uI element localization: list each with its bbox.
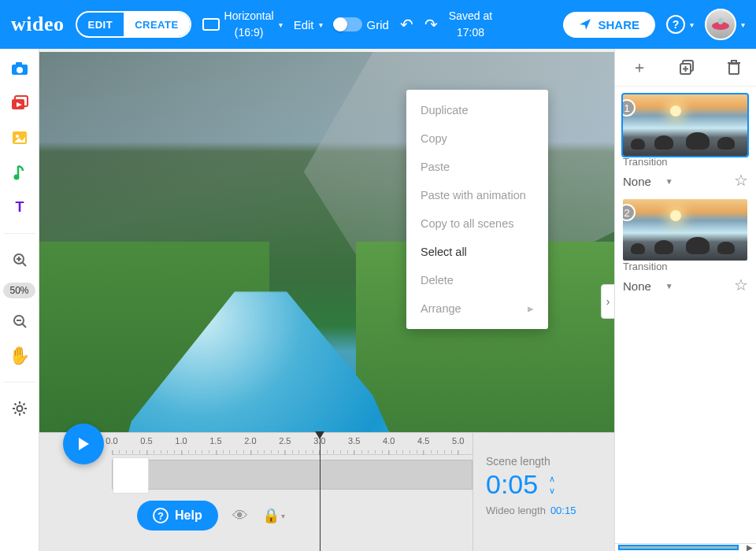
playhead[interactable] [320, 433, 321, 551]
scene-thumbnail[interactable]: 1 [623, 94, 747, 156]
add-scene-button[interactable]: ＋ [632, 57, 647, 78]
wideo-length-label: Wideo length [486, 505, 546, 516]
scene-thumbnail[interactable]: 2 [623, 199, 747, 261]
ruler-tick: 2.5 [279, 436, 291, 446]
settings-button[interactable] [8, 397, 32, 420]
context-menu-item[interactable]: Select all [406, 238, 548, 266]
duplicate-scene-button[interactable] [680, 60, 695, 76]
scenes-tool-icon[interactable] [8, 91, 32, 115]
svg-line-26 [23, 404, 24, 405]
svg-line-13 [22, 262, 26, 266]
svg-point-5 [17, 67, 23, 73]
favorite-star-icon[interactable]: ☆ [734, 171, 748, 190]
help-icon: ? [153, 508, 169, 523]
mode-create[interactable]: CREATE [124, 13, 189, 36]
scene-length-value: 0:05 [486, 469, 538, 500]
zoom-in-button[interactable] [8, 248, 32, 272]
ruler-tick: 1.0 [175, 436, 187, 446]
edit-menu-button[interactable]: Edit ▾ [294, 18, 323, 31]
context-menu-item: Paste with animation [406, 181, 548, 209]
chevron-down-icon: ▼ [665, 282, 673, 290]
time-ruler[interactable]: 0.00.51.01.52.02.53.03.54.04.55.0 [112, 433, 472, 455]
app-logo: wideo [11, 13, 65, 36]
scene-number-badge: 2 [623, 204, 636, 221]
save-status: Saved at 17:08 [449, 10, 492, 39]
ruler-tick: 2.0 [244, 436, 256, 446]
context-menu-item: Copy to all scenes [406, 209, 548, 238]
scene-entry: 2TransitionNone▼☆ [623, 199, 748, 294]
timeline-track[interactable] [112, 460, 472, 490]
visibility-toggle-icon[interactable]: 👁 [232, 507, 248, 525]
svg-line-27 [14, 412, 16, 414]
aspect-label-bottom: (16:9) [235, 27, 264, 39]
mode-switch[interactable]: EDIT CREATE [76, 11, 191, 38]
svg-rect-32 [729, 64, 739, 74]
camera-tool-icon[interactable] [8, 57, 32, 80]
svg-point-9 [16, 135, 19, 138]
help-button[interactable]: ? Help [137, 501, 218, 531]
chevron-down-icon: ▾ [319, 20, 323, 29]
svg-rect-0 [203, 19, 219, 30]
context-menu-item: Copy [406, 124, 548, 153]
help-icon: ? [666, 15, 685, 34]
aspect-ratio-icon [202, 18, 220, 31]
svg-text:T: T [15, 200, 24, 214]
scenes-scrollbar[interactable]: ▶ [615, 543, 756, 551]
ruler-tick: 0.0 [106, 436, 117, 446]
image-tool-icon[interactable] [8, 126, 32, 150]
zoom-level[interactable]: 50% [3, 283, 35, 298]
svg-point-10 [13, 175, 19, 180]
svg-line-24 [14, 404, 16, 405]
transition-dropdown[interactable]: None▼ [623, 279, 673, 293]
transition-dropdown[interactable]: None▼ [623, 175, 673, 188]
svg-rect-2 [718, 18, 723, 24]
play-button[interactable] [63, 423, 104, 464]
account-menu-button[interactable]: ▾ [705, 9, 745, 40]
context-menu: DuplicateCopyPastePaste with animationCo… [406, 90, 548, 329]
ruler-tick: 0.5 [140, 436, 152, 446]
context-menu-item: Duplicate [406, 96, 548, 124]
grid-toggle[interactable]: Grid [334, 17, 389, 31]
scene-length-label: Scene length [486, 455, 605, 468]
chevron-down-icon: ▾ [279, 20, 283, 29]
aspect-ratio-button[interactable]: Horizontal (16:9) ▾ [202, 10, 283, 39]
send-icon [579, 18, 591, 31]
collapse-right-panel-button[interactable]: › [601, 284, 614, 319]
ruler-tick: 1.5 [209, 436, 221, 446]
context-menu-item: Delete [406, 266, 548, 294]
svg-line-25 [23, 412, 24, 414]
left-tool-rail: T 50% ✋ [0, 49, 39, 551]
transition-label: Transition [623, 261, 748, 272]
mode-edit[interactable]: EDIT [77, 13, 124, 36]
ruler-tick: 3.5 [348, 436, 360, 446]
chevron-down-icon: ▼ [665, 177, 673, 186]
svg-rect-4 [16, 62, 22, 66]
scene-number-badge: 1 [623, 99, 636, 116]
wideo-length-value: 00:15 [550, 505, 576, 516]
toggle-thumb [333, 17, 347, 31]
delete-scene-button[interactable] [728, 60, 740, 76]
scene-length-stepper[interactable]: ∧∨ [549, 474, 555, 496]
transition-label: Transition [623, 156, 748, 168]
text-tool-icon[interactable]: T [8, 195, 32, 219]
svg-rect-34 [732, 61, 736, 63]
timeline-clip[interactable] [113, 457, 149, 494]
share-button[interactable]: SHARE [563, 12, 655, 38]
top-bar: wideo EDIT CREATE Horizontal (16:9) ▾ Ed… [0, 0, 756, 49]
help-menu-button[interactable]: ? ▾ [666, 15, 694, 34]
zoom-out-button[interactable] [8, 309, 32, 333]
music-tool-icon[interactable] [8, 161, 32, 184]
svg-point-19 [17, 406, 22, 412]
redo-button[interactable]: ↷ [424, 15, 438, 34]
context-menu-item: Paste [406, 153, 548, 181]
favorite-star-icon[interactable]: ☆ [734, 276, 748, 294]
ruler-tick: 4.5 [417, 436, 429, 446]
lock-toggle-icon[interactable]: 🔒 ▾ [262, 507, 285, 524]
timeline: 0.00.51.01.52.02.53.03.54.04.55.0 ? Help… [39, 432, 614, 551]
context-menu-item: Arrange▸ [406, 294, 548, 323]
grid-label: Grid [367, 18, 389, 31]
pan-tool-icon[interactable]: ✋ [8, 344, 32, 368]
undo-button[interactable]: ↶ [400, 15, 413, 34]
chevron-down-icon: ▾ [741, 20, 745, 29]
scene-entry: 1TransitionNone▼☆ [623, 94, 748, 190]
